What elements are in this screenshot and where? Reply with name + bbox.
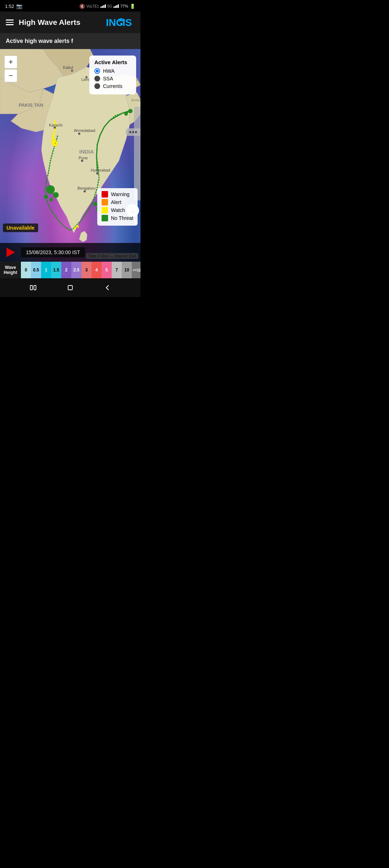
unavailable-text: Unavailable [6,225,35,231]
active-alerts-title: Active Alerts [94,59,131,65]
timestamp-text: 15/08/2023, 5:30:00 IST [26,249,80,255]
svg-point-30 [78,133,80,135]
svg-point-18 [49,198,53,201]
app-header: High Wave Alerts INC IS [0,12,140,33]
warning-item-no-threat: No Threat [102,215,133,221]
battery-icon: 🔋 [130,4,135,9]
signal-2 [113,4,119,8]
recent-apps-icon [29,284,37,292]
wave-cell-25: 2.5 [71,262,81,278]
banner-text: Active high wave alerts f [6,38,73,44]
status-icons: 🔇 VoLTE1 5G 77% 🔋 [79,4,135,9]
svg-point-2 [120,23,122,25]
network-label: VoLTE1 [86,4,99,8]
camera-icon: 📷 [16,3,22,9]
svg-text:Bengaluru: Bengaluru [77,186,95,190]
alert-item-currents[interactable]: Currents [94,83,131,89]
svg-rect-45 [34,285,36,290]
no-threat-label: No Threat [111,215,133,221]
warning-label: Warning [111,191,130,197]
play-button[interactable] [4,246,17,259]
page-title: High Wave Alerts [19,18,80,27]
home-icon [66,284,74,292]
no-threat-color [102,215,108,221]
zoom-out-button[interactable]: − [4,69,17,82]
svg-marker-10 [79,231,87,242]
unavailable-badge: Unavailable [3,223,38,232]
map-view[interactable]: Kabul Islamabad Lahore New Delhi PAKIS T… [0,49,140,262]
svg-text:Pune: Pune [79,156,88,160]
incois-logo: INC IS [106,16,135,29]
more-options-button[interactable] [126,128,140,136]
svg-point-11 [128,109,133,113]
back-nav-button[interactable] [25,280,41,296]
svg-point-17 [44,195,48,199]
alert-item-hwa[interactable]: HWA [94,68,131,74]
alert-color [102,199,108,205]
svg-text:Ahmedabad: Ahmedabad [74,128,95,133]
currents-label: Currents [103,83,122,89]
hwa-radio[interactable] [94,68,100,74]
warning-color [102,191,108,198]
mute-icon: 🔇 [79,4,85,9]
svg-text:BANG: BANG [131,98,140,102]
svg-point-16 [53,192,59,198]
timestamp-display: 15/08/2023, 5:30:00 IST [21,247,85,257]
watch-label: Watch [111,207,125,213]
wave-cell-1: 1 [41,262,51,278]
map-controls: + − [4,56,17,82]
warning-legend: Warning Alert Watch No Threat [97,188,138,226]
currents-radio[interactable] [94,83,100,89]
bottom-nav [0,278,140,297]
warning-item-watch: Watch [102,207,133,213]
network-label-2: 5G [107,4,112,8]
wave-cell-3: 3 [81,262,91,278]
back-button[interactable] [99,280,115,296]
wave-cell-10: 10 [122,262,132,278]
wave-cell-4: 4 [91,262,102,278]
zoom-in-button[interactable]: + [4,56,17,68]
svg-rect-44 [30,285,32,290]
svg-text:Hyderabad: Hyderabad [91,168,110,172]
hamburger-menu[interactable] [6,19,14,25]
header-left: High Wave Alerts [6,18,80,27]
map-scrollbar[interactable] [134,107,140,200]
active-alerts-legend: Active Alerts HWA SSA Currents [89,56,136,94]
watch-color [102,207,108,213]
app-logo: INC IS [106,16,135,29]
wave-cell-0: 0 [21,262,31,278]
svg-point-34 [96,172,98,174]
signal-1 [100,4,106,8]
battery-display: 77% [120,4,128,8]
svg-text:PAKIS TAN: PAKIS TAN [19,102,43,108]
status-bar: 1:52 📷 🔇 VoLTE1 5G 77% 🔋 [0,0,140,12]
ssa-radio[interactable] [94,76,100,81]
home-nav-button[interactable] [62,280,78,296]
wave-cell-05: 0.5 [31,262,41,278]
hwa-label: HWA [103,68,115,74]
svg-text:Karachi: Karachi [49,123,62,127]
svg-point-12 [124,112,128,116]
svg-text:IS: IS [122,17,132,28]
wave-cell-7: 7 [112,262,122,278]
wave-cell-2: 2 [61,262,71,278]
svg-text:Kabul: Kabul [63,65,73,70]
svg-point-37 [84,190,86,192]
wave-cell-15: 1.5 [51,262,61,278]
wave-height-scale: WaveHeight 0 0.5 1 1.5 2 2.5 3 4 5 7 10 … [0,262,140,278]
alert-item-ssa[interactable]: SSA [94,76,131,81]
warning-item-alert: Alert [102,199,133,205]
alert-label: Alert [111,199,121,205]
ssa-label: SSA [103,76,113,81]
back-arrow-icon [103,284,111,292]
play-triangle-icon [6,248,15,257]
svg-rect-46 [68,285,72,290]
wave-cell-5: 5 [102,262,112,278]
svg-point-19 [71,70,73,72]
playback-bar: 15/08/2023, 5:30:00 IST [0,243,140,262]
wave-height-label: WaveHeight [0,262,21,278]
wave-cell-12: >=12 [132,262,140,278]
alert-banner: Active high wave alerts f [0,33,140,49]
warning-item-warning: Warning [102,191,133,198]
svg-text:INDIA: INDIA [79,149,94,155]
